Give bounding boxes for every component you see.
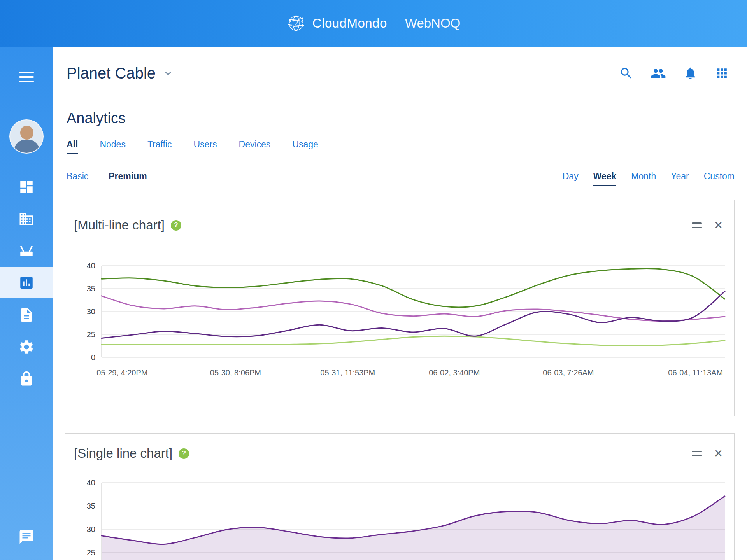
minimize-button[interactable] [690, 221, 703, 229]
single-line-chart: 40353025005-29, 4:20PM05-30, 8:06PM05-31… [79, 479, 730, 560]
tab-usage[interactable]: Usage [292, 139, 318, 154]
apps-grid-icon [715, 66, 729, 80]
sidebar-item-security[interactable] [0, 363, 53, 394]
single-line-chart-card: [Single line chart] ? × 40353025005-29, … [65, 433, 735, 560]
tab-users[interactable]: Users [194, 139, 217, 154]
range-day[interactable]: Day [563, 171, 579, 186]
chevron-down-icon [163, 69, 173, 78]
chat-icon [18, 529, 35, 545]
tab-nodes[interactable]: Nodes [100, 139, 125, 154]
gear-icon [18, 339, 35, 355]
document-icon [18, 307, 35, 323]
header-actions [619, 66, 729, 81]
bar-chart-icon [18, 275, 35, 291]
analytics-tabs: All Nodes Traffic Users Devices Usage [67, 139, 747, 154]
svg-text:35: 35 [87, 284, 95, 293]
globe-logo-icon [287, 14, 305, 33]
tier-basic[interactable]: Basic [67, 171, 88, 186]
tier-premium[interactable]: Premium [109, 171, 147, 186]
svg-text:40: 40 [87, 262, 95, 270]
range-custom[interactable]: Custom [704, 171, 735, 186]
svg-text:35: 35 [87, 502, 95, 510]
svg-text:06-04, 11:13AM: 06-04, 11:13AM [668, 368, 723, 377]
card-title: [Multi-line chart] [74, 218, 165, 233]
brand-name: CloudMondo [312, 16, 387, 31]
top-bar: CloudMondo WebNOQ [0, 0, 747, 47]
sidebar [0, 47, 53, 560]
help-icon[interactable]: ? [171, 220, 181, 231]
user-avatar[interactable] [0, 119, 53, 154]
svg-text:06-02, 3:40PM: 06-02, 3:40PM [429, 368, 480, 377]
brand-divider [396, 16, 396, 30]
range-switcher: Day Week Month Year Custom [563, 171, 735, 186]
range-week[interactable]: Week [593, 171, 617, 186]
search-icon [619, 66, 633, 80]
sidebar-item-chat[interactable] [0, 522, 53, 553]
multi-line-chart-card: [Multi-line chart] ? × 40353025005-29, 4… [65, 200, 735, 416]
tier-switcher: Basic Premium [67, 171, 147, 186]
svg-text:06-03, 7:26AM: 06-03, 7:26AM [543, 368, 594, 377]
svg-text:0: 0 [91, 353, 95, 362]
sidebar-item-dashboard[interactable] [0, 172, 53, 203]
lock-icon [18, 371, 35, 387]
product-name: WebNOQ [405, 16, 460, 31]
svg-text:25: 25 [87, 330, 95, 339]
people-icon [651, 66, 666, 81]
close-icon[interactable]: × [714, 446, 722, 460]
bell-icon [683, 66, 698, 80]
svg-text:40: 40 [87, 479, 95, 487]
sidebar-item-settings[interactable] [0, 331, 53, 362]
router-icon [18, 243, 35, 259]
menu-toggle-button[interactable] [0, 65, 53, 89]
sidebar-item-analytics[interactable] [0, 267, 53, 298]
range-month[interactable]: Month [631, 171, 656, 186]
svg-text:30: 30 [87, 307, 95, 316]
notifications-button[interactable] [683, 66, 698, 80]
workspace-header: Planet Cable [53, 47, 747, 100]
avatar-image [9, 119, 44, 154]
card-title: [Single line chart] [74, 446, 172, 461]
dashboard-icon [18, 179, 35, 195]
sidebar-item-buildings[interactable] [0, 203, 53, 234]
svg-text:30: 30 [87, 525, 95, 534]
users-button[interactable] [651, 66, 666, 81]
svg-text:25: 25 [87, 548, 95, 557]
sidebar-item-router[interactable] [0, 235, 53, 266]
tab-all[interactable]: All [67, 139, 78, 154]
main-content: Planet Cable [53, 47, 747, 560]
multi-line-chart: 40353025005-29, 4:20PM05-30, 8:06PM05-31… [79, 262, 730, 382]
page-title: Analytics [67, 110, 747, 127]
tab-traffic[interactable]: Traffic [147, 139, 172, 154]
filter-row: Basic Premium Day Week Month Year Custom [67, 171, 735, 186]
svg-text:05-30, 8:06PM: 05-30, 8:06PM [210, 368, 261, 377]
sidebar-item-reports[interactable] [0, 299, 53, 331]
minimize-button[interactable] [690, 449, 703, 458]
range-year[interactable]: Year [671, 171, 689, 186]
apps-button[interactable] [715, 66, 729, 80]
workspace-selector[interactable] [163, 69, 173, 78]
tab-devices[interactable]: Devices [239, 139, 271, 154]
building-icon [18, 211, 35, 227]
brand-lockup: CloudMondo WebNOQ [287, 14, 461, 33]
svg-text:05-31, 11:53PM: 05-31, 11:53PM [320, 368, 375, 377]
help-icon[interactable]: ? [179, 448, 189, 459]
svg-text:05-29, 4:20PM: 05-29, 4:20PM [96, 368, 147, 377]
search-button[interactable] [619, 66, 633, 80]
close-icon[interactable]: × [714, 218, 722, 232]
workspace-title: Planet Cable [67, 65, 156, 82]
